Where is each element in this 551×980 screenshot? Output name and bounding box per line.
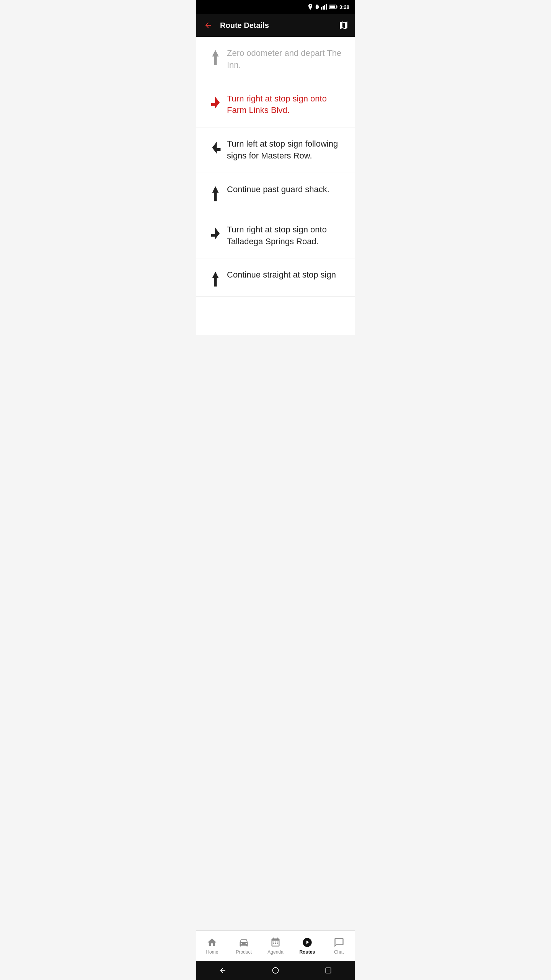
route-text-4: Continue past guard shack. [227, 184, 347, 196]
route-text-6: Continue straight at stop sign [227, 269, 347, 281]
route-text-1: Zero odometer and depart The Inn. [227, 47, 347, 71]
signal-icon [321, 4, 327, 10]
route-icon-5 [204, 224, 227, 242]
svg-rect-1 [315, 6, 315, 8]
back-button[interactable] [202, 20, 214, 31]
route-icon-2 [204, 93, 227, 111]
svg-rect-9 [336, 6, 337, 8]
route-item-2: Turn right at stop sign onto Farm Links … [196, 82, 355, 128]
svg-rect-4 [323, 6, 324, 10]
map-button[interactable] [339, 20, 349, 30]
svg-rect-3 [321, 7, 322, 10]
route-icon-6 [204, 269, 227, 287]
battery-icon [329, 5, 337, 9]
svg-rect-2 [318, 6, 319, 8]
svg-rect-0 [316, 5, 318, 9]
route-text-2: Turn right at stop sign onto Farm Links … [227, 93, 347, 117]
svg-rect-6 [326, 4, 327, 10]
route-item-5: Turn right at stop sign onto Talladega S… [196, 213, 355, 259]
location-icon [308, 4, 313, 10]
status-bar: 3:28 [196, 0, 355, 14]
route-text-3: Turn left at stop sign following signs f… [227, 138, 347, 162]
route-item-4: Continue past guard shack. [196, 173, 355, 213]
route-icon-4 [204, 184, 227, 202]
route-text-5: Turn right at stop sign onto Talladega S… [227, 224, 347, 248]
route-item-1: Zero odometer and depart The Inn. [196, 37, 355, 82]
route-content: Zero odometer and depart The Inn. Turn r… [196, 37, 355, 335]
status-icons: 3:28 [308, 4, 349, 10]
status-time: 3:28 [339, 4, 349, 10]
page-title: Route Details [220, 21, 339, 30]
route-item-6: Continue straight at stop sign [196, 258, 355, 297]
vibrate-icon [315, 4, 319, 10]
header: Route Details [196, 14, 355, 37]
svg-rect-8 [329, 6, 335, 8]
route-icon-1 [204, 47, 227, 66]
route-icon-3 [204, 138, 227, 157]
svg-rect-5 [324, 5, 325, 10]
route-item-3: Turn left at stop sign following signs f… [196, 127, 355, 173]
